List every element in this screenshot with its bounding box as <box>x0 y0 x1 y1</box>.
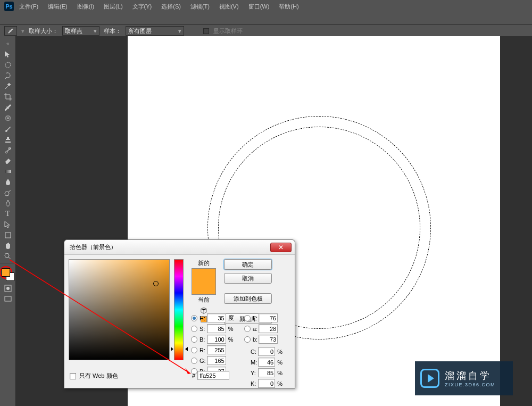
color-field[interactable] <box>69 259 170 360</box>
s-radio[interactable] <box>191 326 197 332</box>
hand-tool[interactable] <box>2 241 14 251</box>
k-input[interactable] <box>258 379 275 388</box>
options-bar: ▾ 取样大小： 取样点▾ 样本： 所有图层▾ 显示取样环 <box>0 24 532 37</box>
svg-point-8 <box>6 287 10 290</box>
path-tool[interactable] <box>2 219 14 230</box>
sample-size-dropdown[interactable]: 取样点▾ <box>62 26 99 36</box>
svg-point-6 <box>5 253 9 258</box>
shape-tool[interactable] <box>2 230 14 241</box>
menu-select[interactable]: 选择(S) <box>161 3 181 11</box>
brush-tool[interactable] <box>2 123 14 134</box>
h-input[interactable] <box>207 313 226 322</box>
gradient-tool[interactable] <box>2 166 14 177</box>
zoom-tool[interactable] <box>2 251 14 262</box>
menu-image[interactable]: 图像(I) <box>77 3 94 11</box>
watermark-cn: 溜溜自学 <box>445 369 495 382</box>
L-input[interactable] <box>259 313 278 322</box>
move-tool[interactable] <box>2 49 14 60</box>
hex-input[interactable] <box>197 371 229 380</box>
a-input[interactable] <box>259 324 278 333</box>
blur-tool[interactable] <box>2 177 14 187</box>
tools-panel: « T <box>0 36 16 406</box>
labb-input[interactable] <box>259 335 278 344</box>
preview-new-color <box>192 269 215 281</box>
labb-radio[interactable] <box>244 336 251 343</box>
c-input[interactable] <box>258 347 275 356</box>
b-radio[interactable] <box>191 336 197 343</box>
hex-label: # <box>192 372 195 379</box>
type-tool[interactable]: T <box>2 209 14 219</box>
current-label: 当前 <box>198 296 210 304</box>
screen-mode-tool[interactable] <box>2 294 14 304</box>
add-swatch-button[interactable]: 添加到色板 <box>224 293 272 304</box>
menu-edit[interactable]: 编辑(E) <box>48 3 68 11</box>
collapse-icon[interactable]: « <box>2 38 14 49</box>
foreground-color-swatch[interactable] <box>2 268 10 277</box>
labb-label: b: <box>253 336 257 343</box>
menu-bar: 文件(F) 编辑(E) 图像(I) 图层(L) 文字(Y) 选择(S) 滤镜(T… <box>0 2 318 11</box>
sample-size-label: 取样大小： <box>29 27 58 35</box>
y-input[interactable] <box>258 368 275 377</box>
eyedropper-tool[interactable] <box>2 102 14 113</box>
pen-tool[interactable] <box>2 198 14 209</box>
lasso-tool[interactable] <box>2 70 14 81</box>
hue-slider-thumb-icon[interactable] <box>172 347 187 351</box>
menu-file[interactable]: 文件(F) <box>19 3 38 11</box>
svg-point-0 <box>5 62 11 68</box>
m-input[interactable] <box>258 358 275 367</box>
color-swatches[interactable] <box>2 268 14 281</box>
sample-label: 样本： <box>104 27 121 35</box>
h-unit: 度 <box>228 314 234 322</box>
heal-tool[interactable] <box>2 113 14 123</box>
a-radio[interactable] <box>244 326 251 332</box>
marquee-tool[interactable] <box>2 60 14 70</box>
menu-help[interactable]: 帮助(H) <box>279 3 298 11</box>
wand-tool[interactable] <box>2 81 14 92</box>
dialog-close-button[interactable]: ✕ <box>270 243 292 252</box>
s-input[interactable] <box>207 324 226 333</box>
svg-rect-5 <box>5 233 11 238</box>
web-only-checkbox[interactable] <box>70 373 76 379</box>
preview-current-color[interactable] <box>192 281 215 294</box>
menu-window[interactable]: 窗口(W) <box>248 3 270 11</box>
b-label: B: <box>200 336 206 343</box>
sample-dropdown[interactable]: 所有图层▾ <box>126 26 184 36</box>
c-label: C: <box>251 349 257 355</box>
g-input[interactable] <box>207 356 226 365</box>
color-preview <box>192 268 216 295</box>
r-label: R: <box>200 347 206 353</box>
ok-button[interactable]: 确定 <box>224 259 272 270</box>
k-pct: % <box>277 380 282 387</box>
svg-rect-3 <box>5 170 11 173</box>
y-label: Y: <box>251 370 257 376</box>
menu-view[interactable]: 视图(V) <box>219 3 239 11</box>
stamp-tool[interactable] <box>2 134 14 145</box>
dialog-titlebar[interactable]: 拾色器（前景色） ✕ <box>64 240 295 255</box>
dodge-tool[interactable] <box>2 187 14 198</box>
crop-tool[interactable] <box>2 92 14 102</box>
menu-type[interactable]: 文字(Y) <box>132 3 152 11</box>
dialog-title: 拾色器（前景色） <box>70 243 117 251</box>
cancel-button[interactable]: 取消 <box>224 273 272 284</box>
c-pct: % <box>277 349 282 355</box>
web-only-label: 只有 Web 颜色 <box>79 372 118 380</box>
menu-layer[interactable]: 图层(L) <box>104 3 122 11</box>
L-radio[interactable] <box>244 315 251 321</box>
color-field-cursor-icon <box>153 281 159 286</box>
b-unit: % <box>228 336 234 343</box>
r-radio[interactable] <box>191 347 197 353</box>
current-tool-icon[interactable] <box>4 26 17 36</box>
show-ring-checkbox[interactable] <box>203 28 209 34</box>
s-label: S: <box>200 326 206 332</box>
quickmask-tool[interactable] <box>2 283 14 294</box>
hue-slider[interactable] <box>174 259 184 360</box>
g-radio[interactable] <box>191 358 197 364</box>
history-brush-tool[interactable] <box>2 145 14 155</box>
b-input[interactable] <box>207 335 226 344</box>
menu-filter[interactable]: 滤镜(T) <box>190 3 210 11</box>
show-ring-label: 显示取样环 <box>213 27 243 35</box>
eraser-tool[interactable] <box>2 155 14 166</box>
r-input[interactable] <box>207 345 226 354</box>
L-label: L: <box>253 315 257 321</box>
h-radio[interactable] <box>191 315 197 321</box>
